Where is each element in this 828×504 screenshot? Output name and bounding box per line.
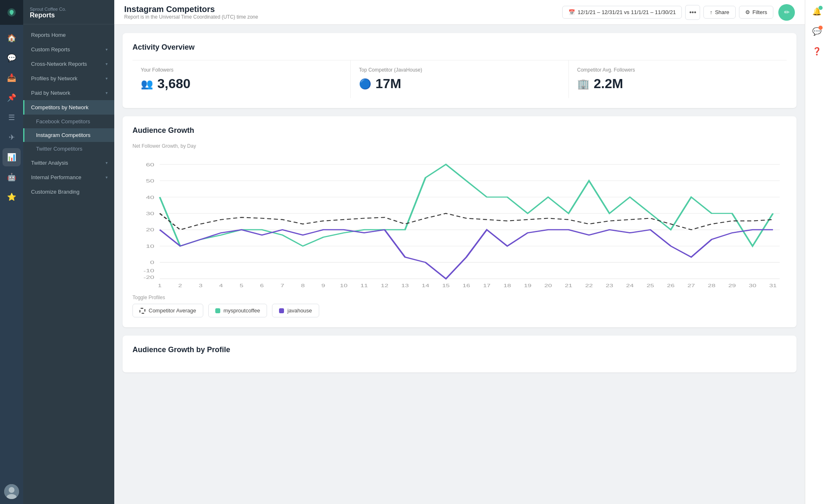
- sidebar-item-competitors-by-network[interactable]: Competitors by Network: [23, 100, 114, 115]
- svg-text:6: 6: [260, 283, 264, 288]
- svg-text:11: 11: [360, 283, 368, 288]
- audience-growth-by-profile-card: Audience Growth by Profile: [123, 336, 797, 372]
- filters-button[interactable]: ⚙ Filters: [739, 6, 773, 19]
- svg-text:0: 0: [150, 260, 154, 265]
- svg-text:10: 10: [146, 243, 154, 249]
- teal-legend-dot: [215, 308, 220, 313]
- star-icon[interactable]: ⭐: [2, 188, 21, 206]
- sidebar-item-instagram-competitors[interactable]: Instagram Competitors: [23, 128, 114, 142]
- sidebar-item-cross-network[interactable]: Cross-Network Reports ▾: [23, 57, 114, 71]
- top-competitor-label: Top Competitor (JavaHouse): [359, 67, 560, 73]
- sidebar-item-paid-by-network[interactable]: Paid by Network ▾: [23, 86, 114, 100]
- dashed-line: [160, 214, 773, 230]
- customize-branding-label: Customize Branding: [31, 189, 79, 195]
- teal-line: [160, 164, 773, 246]
- audience-growth-chart: 60 50 40 30 20 10 0 -10 -20 1: [132, 156, 787, 288]
- followers-icon: 👥: [141, 78, 153, 90]
- help-icon[interactable]: ❓: [809, 43, 825, 60]
- avatar-image: [4, 484, 19, 499]
- list-icon[interactable]: ☰: [2, 108, 21, 127]
- toggle-competitor-average[interactable]: Competitor Average: [132, 304, 203, 317]
- toggle-javahouse[interactable]: javahouse: [272, 304, 319, 317]
- svg-text:14: 14: [422, 283, 430, 288]
- audience-growth-by-profile-title: Audience Growth by Profile: [132, 346, 787, 354]
- analytics-icon[interactable]: 📊: [2, 148, 21, 166]
- svg-text:23: 23: [606, 283, 614, 288]
- paid-label: Paid by Network: [31, 90, 70, 96]
- nav-icons: 🏠 💬 📥 📌 ☰ ✈ 📊 🤖 ⭐: [0, 25, 23, 484]
- svg-text:13: 13: [401, 283, 409, 288]
- competitor-average-label: Competitor Average: [149, 307, 196, 314]
- sidebar-item-customize-branding[interactable]: Customize Branding: [23, 185, 114, 199]
- topbar-title-area: Instagram Competitors Report is in the U…: [124, 5, 557, 20]
- filters-icon: ⚙: [745, 9, 750, 15]
- avg-icon: 🏢: [577, 78, 590, 90]
- custom-reports-label: Custom Reports: [31, 46, 70, 53]
- sidebar-item-facebook-competitors[interactable]: Facebook Competitors: [23, 115, 114, 128]
- followers-label: Your Followers: [141, 67, 342, 73]
- right-rail: 🔔 💬 ❓: [805, 0, 828, 504]
- avg-followers-value: 🏢 2.2M: [577, 76, 778, 91]
- profiles-label: Profiles by Network: [31, 75, 77, 82]
- bottom-icons: [0, 484, 23, 504]
- inbox-icon[interactable]: 📥: [2, 69, 21, 87]
- cross-network-label: Cross-Network Reports: [31, 61, 87, 67]
- svg-text:-20: -20: [144, 274, 154, 280]
- toggle-mysproutcoffee[interactable]: mysproutcoffee: [208, 304, 267, 317]
- bot-icon[interactable]: 🤖: [2, 168, 21, 186]
- twitter-analysis-label: Twitter Analysis: [31, 160, 68, 166]
- audience-growth-card: Audience Growth Net Follower Growth, by …: [123, 116, 797, 327]
- svg-text:15: 15: [442, 283, 450, 288]
- send-icon[interactable]: ✈: [2, 128, 21, 146]
- topbar-actions: 📅 12/1/21 – 12/31/21 vs 11/1/21 – 11/30/…: [562, 5, 773, 20]
- share-button[interactable]: ↑ Share: [703, 6, 735, 19]
- avg-followers-label: Competitor Avg. Followers: [577, 67, 778, 73]
- svg-text:26: 26: [667, 283, 675, 288]
- chart-label: Net Follower Growth, by Day: [132, 143, 787, 149]
- svg-text:17: 17: [483, 283, 491, 288]
- metric-your-followers: Your Followers 👥 3,680: [132, 60, 351, 98]
- logo-area: [0, 0, 23, 25]
- date-range-button[interactable]: 📅 12/1/21 – 12/31/21 vs 11/1/21 – 11/30/…: [562, 6, 682, 19]
- sidebar-item-twitter-competitors[interactable]: Twitter Competitors: [23, 142, 114, 156]
- sprout-logo-icon: [7, 7, 17, 17]
- activity-overview-card: Activity Overview Your Followers 👥 3,680…: [123, 33, 797, 108]
- svg-text:30: 30: [749, 283, 757, 288]
- svg-text:30: 30: [146, 211, 154, 216]
- svg-text:22: 22: [585, 283, 593, 288]
- sidebar-item-internal-performance[interactable]: Internal Performance ▾: [23, 170, 114, 185]
- sidebar-item-twitter-analysis[interactable]: Twitter Analysis ▾: [23, 156, 114, 170]
- svg-text:-10: -10: [144, 268, 154, 273]
- page-title: Instagram Competitors: [124, 5, 557, 14]
- sidebar-item-profiles-by-network[interactable]: Profiles by Network ▾: [23, 71, 114, 86]
- toggle-label: Toggle Profiles: [132, 295, 787, 300]
- svg-text:24: 24: [626, 283, 634, 288]
- svg-text:27: 27: [687, 283, 695, 288]
- feedback-icon[interactable]: 💬: [809, 23, 825, 40]
- page-subtitle: Report is in the Universal Time Coordina…: [124, 14, 557, 20]
- home-icon[interactable]: 🏠: [2, 29, 21, 47]
- pin-icon[interactable]: 📌: [2, 89, 21, 107]
- svg-text:2: 2: [178, 283, 182, 288]
- more-options-button[interactable]: •••: [685, 5, 700, 20]
- activity-overview-title: Activity Overview: [132, 43, 787, 52]
- sidebar-item-reports-home[interactable]: Reports Home: [23, 28, 114, 42]
- svg-text:3: 3: [199, 283, 202, 288]
- notification-icon[interactable]: 🔔: [809, 3, 825, 20]
- feedback-badge: [818, 26, 823, 30]
- svg-text:18: 18: [503, 283, 511, 288]
- top-competitor-value: 🔵 17M: [359, 76, 560, 91]
- user-avatar[interactable]: [4, 484, 19, 499]
- svg-text:21: 21: [565, 283, 573, 288]
- competitors-label: Competitors by Network: [31, 104, 89, 110]
- javahouse-label: javahouse: [287, 307, 312, 314]
- reports-home-label: Reports Home: [31, 32, 66, 38]
- toggle-row: Competitor Average mysproutcoffee javaho…: [132, 304, 787, 317]
- sidebar-item-custom-reports[interactable]: Custom Reports ▾: [23, 42, 114, 57]
- internal-performance-label: Internal Performance: [31, 174, 81, 180]
- edit-button[interactable]: ✏: [778, 4, 795, 21]
- purple-legend-dot: [279, 308, 284, 313]
- messages-icon[interactable]: 💬: [2, 49, 21, 67]
- sidebar-nav: Reports Home Custom Reports ▾ Cross-Netw…: [23, 24, 114, 504]
- section-title: Reports: [30, 12, 108, 19]
